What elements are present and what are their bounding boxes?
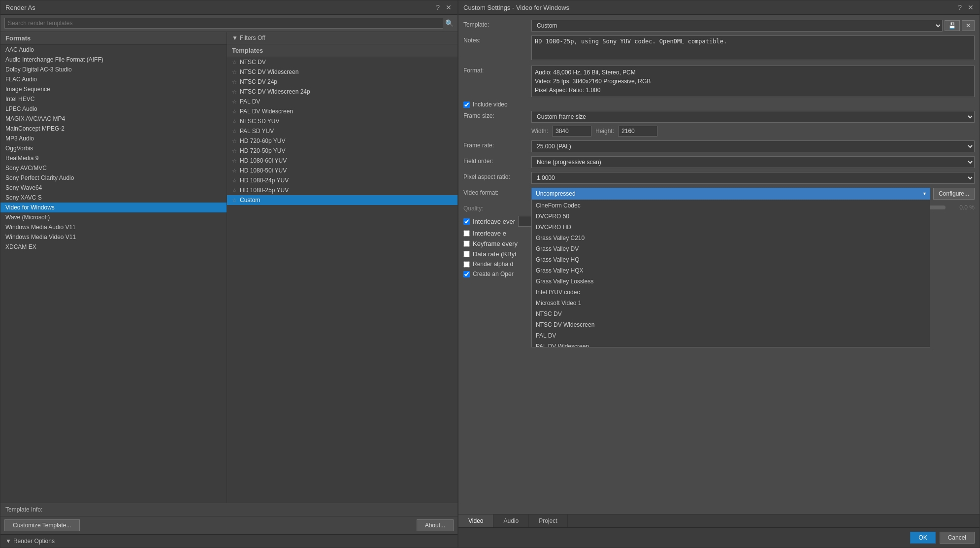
render-options-label[interactable]: Render Options — [13, 538, 55, 545]
format-list-item[interactable]: FLAC Audio — [0, 74, 227, 84]
ok-button[interactable]: OK — [910, 532, 935, 544]
tab-video[interactable]: Video — [458, 514, 493, 527]
format-list-item[interactable]: Image Sequence — [0, 84, 227, 94]
format-list-item[interactable]: RealMedia 9 — [0, 153, 227, 163]
format-list-item[interactable]: Windows Media Audio V11 — [0, 222, 227, 232]
format-list-item[interactable]: Windows Media Video V11 — [0, 232, 227, 242]
formats-header: Formats — [0, 32, 227, 45]
format-list-item[interactable]: MAGIX AVC/AAC MP4 — [0, 114, 227, 124]
height-input[interactable]: 2160 — [618, 126, 657, 137]
video-format-option[interactable]: Intel IYUV codec — [532, 287, 930, 298]
star-icon: ☆ — [232, 148, 237, 154]
format-list-item[interactable]: Audio Interchange File Format (AIFF) — [0, 55, 227, 65]
format-list-item[interactable]: Dolby Digital AC-3 Studio — [0, 65, 227, 74]
frame-rate-select[interactable]: 25.000 (PAL) — [531, 140, 975, 152]
template-list-item[interactable]: ☆NTSC DV — [227, 57, 457, 67]
template-row: Template: Custom 💾 ✕ — [463, 20, 975, 32]
keyframe-checkbox[interactable] — [463, 240, 470, 247]
template-list-item[interactable]: ☆HD 1080-60i YUV — [227, 156, 457, 166]
format-list-item[interactable]: AAC Audio — [0, 45, 227, 55]
format-list-item[interactable]: Sony XAVC S — [0, 193, 227, 203]
width-input[interactable]: 3840 — [552, 126, 591, 137]
settings-title: Custom Settings - Video for Windows — [463, 4, 569, 11]
format-list-item[interactable]: MainConcept MPEG-2 — [0, 124, 227, 134]
tab-project[interactable]: Project — [529, 514, 567, 527]
format-list-item[interactable]: MP3 Audio — [0, 134, 227, 143]
video-format-option[interactable]: DVCPRO 50 — [532, 211, 930, 222]
video-format-option[interactable]: CineForm Codec — [532, 200, 930, 211]
template-list-item[interactable]: ☆NTSC SD YUV — [227, 116, 457, 126]
video-format-option[interactable]: Grass Valley Lossless — [532, 276, 930, 287]
include-video-checkbox[interactable] — [463, 102, 470, 108]
video-format-option[interactable]: DVCPRO HD — [532, 222, 930, 233]
template-list-item[interactable]: ☆HD 1080-50i YUV — [227, 166, 457, 175]
format-list-item[interactable]: Intel HEVC — [0, 94, 227, 104]
template-label: Template: — [463, 20, 527, 28]
save-template-icon[interactable]: 💾 — [945, 20, 960, 31]
template-list-item[interactable]: ☆PAL DV — [227, 97, 457, 106]
about-button[interactable]: About... — [417, 519, 454, 531]
search-input[interactable] — [4, 18, 443, 29]
video-format-option[interactable]: Grass Valley C210 — [532, 233, 930, 243]
video-format-option[interactable]: Grass Valley HQX — [532, 265, 930, 276]
template-list-item[interactable]: ☆NTSC DV Widescreen 24p — [227, 87, 457, 97]
video-format-option[interactable]: Grass Valley DV — [532, 243, 930, 254]
video-format-option[interactable]: Microsoft Video 1 — [532, 298, 930, 308]
frame-size-label: Frame size: — [463, 111, 527, 119]
format-list-item[interactable]: XDCAM EX — [0, 242, 227, 252]
create-open-checkbox[interactable] — [463, 271, 470, 277]
notes-input[interactable]: HD 1080-25p, using Sony YUV codec. OpenD… — [531, 35, 975, 60]
video-format-option[interactable]: NTSC DV — [532, 308, 930, 319]
configure-button[interactable]: Configure... — [933, 188, 975, 200]
customize-template-button[interactable]: Customize Template... — [4, 519, 80, 531]
interleave-1-checkbox[interactable] — [463, 218, 470, 225]
frame-rate-row: Frame rate: 25.000 (PAL) — [463, 140, 975, 152]
format-list-item[interactable]: Sony AVC/MVC — [0, 163, 227, 173]
video-format-option[interactable]: NTSC DV Widescreen — [532, 319, 930, 330]
template-list-item[interactable]: ☆HD 720-50p YUV — [227, 146, 457, 156]
cancel-button[interactable]: Cancel — [940, 532, 975, 544]
template-list-item[interactable]: ☆HD 1080-24p YUV — [227, 175, 457, 185]
format-list-item[interactable]: LPEC Audio — [0, 104, 227, 114]
template-list-item[interactable]: ☆HD 720-60p YUV — [227, 136, 457, 146]
search-bar: 🔍 — [0, 15, 457, 32]
data-rate-checkbox[interactable] — [463, 251, 470, 257]
render-alpha-checkbox[interactable] — [463, 261, 470, 268]
format-list-item[interactable]: OggVorbis — [0, 143, 227, 153]
render-options-bar: ▼ Render Options — [0, 534, 457, 548]
video-format-option[interactable]: PAL DV Widescreen — [532, 341, 930, 347]
settings-titlebar: Custom Settings - Video for Windows ? ✕ — [458, 0, 980, 15]
format-list-item[interactable]: Wave (Microsoft) — [0, 212, 227, 222]
close-icon[interactable]: ✕ — [445, 3, 453, 11]
help-icon[interactable]: ? — [435, 3, 441, 11]
template-list-item[interactable]: ☆Custom — [227, 195, 457, 205]
format-control: Audio: 48,000 Hz, 16 Bit, Stereo, PCMVid… — [531, 66, 975, 97]
template-list-item[interactable]: ☆HD 1080-25p YUV — [227, 185, 457, 195]
delete-template-icon[interactable]: ✕ — [962, 20, 975, 31]
filter-label[interactable]: Filters Off — [240, 34, 265, 41]
video-format-dropdown-btn[interactable]: Uncompressed — [531, 188, 930, 200]
render-as-title: Render As — [5, 4, 35, 11]
interleave-2-checkbox[interactable] — [463, 230, 470, 237]
render-as-panel: Render As ? ✕ 🔍 Formats AAC AudioAudio I… — [0, 0, 458, 548]
tab-audio[interactable]: Audio — [493, 514, 529, 527]
star-icon: ☆ — [232, 89, 237, 95]
video-format-option[interactable]: Grass Valley HQ — [532, 254, 930, 265]
template-list-item[interactable]: ☆NTSC DV Widescreen — [227, 67, 457, 77]
field-order-select[interactable]: None (progressive scan) — [531, 156, 975, 168]
settings-help-icon[interactable]: ? — [957, 3, 963, 11]
template-list-item[interactable]: ☆NTSC DV 24p — [227, 77, 457, 87]
template-list-item[interactable]: ☆PAL SD YUV — [227, 126, 457, 136]
frame-size-row: Frame size: Custom frame size Width: 384… — [463, 111, 975, 137]
format-list-item[interactable]: Sony Wave64 — [0, 183, 227, 193]
field-order-row: Field order: None (progressive scan) — [463, 156, 975, 168]
format-list-item[interactable]: Sony Perfect Clarity Audio — [0, 173, 227, 183]
video-format-option[interactable]: PAL DV — [532, 330, 930, 341]
format-list-item[interactable]: Video for Windows — [0, 203, 227, 212]
template-list-item[interactable]: ☆PAL DV Widescreen — [227, 106, 457, 116]
pixel-aspect-select[interactable]: 1.0000 — [531, 172, 975, 184]
settings-close-icon[interactable]: ✕ — [967, 3, 975, 11]
template-select[interactable]: Custom — [531, 20, 943, 32]
quality-label: Quality: — [463, 204, 527, 212]
frame-size-select[interactable]: Custom frame size — [531, 111, 975, 123]
